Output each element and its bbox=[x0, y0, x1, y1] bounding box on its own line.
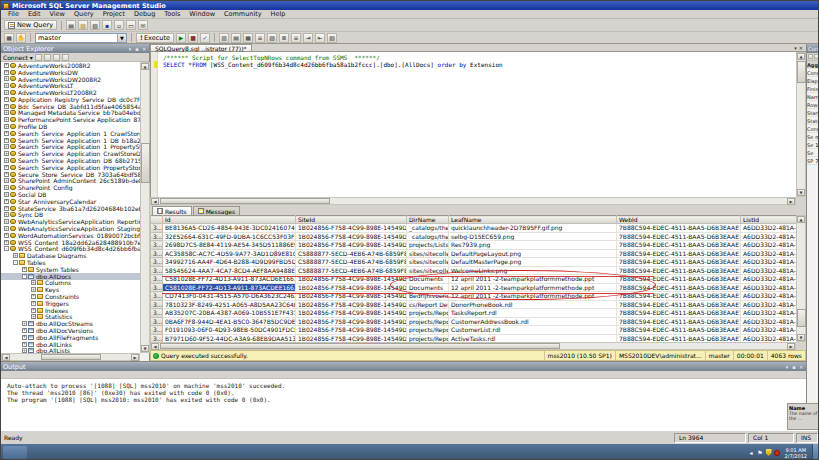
tree-item[interactable]: +Bdc_Service_DB_3abfd11d5fae4065854a3d7c… bbox=[1, 103, 140, 110]
menu-item-query[interactable]: Query bbox=[70, 10, 98, 18]
security-shield-icon[interactable] bbox=[766, 449, 772, 456]
tree-item[interactable]: +Columns bbox=[1, 280, 140, 287]
grid-cell[interactable]: 7B88C594-EDEC-4511-BAA5-D6B3EAAE1... bbox=[617, 258, 741, 267]
tree-item[interactable]: +SharePoint_AdminContent_26c5189b-de81-4… bbox=[1, 178, 140, 185]
row-number-cell[interactable]: 3... bbox=[151, 258, 163, 267]
save-all-icon[interactable]: ▫ bbox=[114, 20, 124, 30]
property-row[interactable]: Finish bbox=[807, 85, 819, 93]
tree-item[interactable]: +dbo.AllLinks bbox=[1, 341, 140, 348]
grid-cell[interactable]: A6DD33D2-481A-4F48-A3C7-5AB03A66B942 bbox=[741, 326, 797, 335]
window-menu-icon[interactable]: ▾ bbox=[127, 46, 133, 52]
grid-cell[interactable]: projects/Report ... bbox=[407, 317, 449, 326]
tree-item[interactable]: +dbo.AllDocVersions bbox=[1, 327, 140, 334]
open-folder-icon[interactable]: ▧ bbox=[90, 20, 100, 30]
menu-item-view[interactable]: View bbox=[45, 10, 68, 18]
table-row[interactable]: 3...AC35858C-AC7C-4D59-9A77-3AD1D89E81CA… bbox=[151, 249, 797, 258]
stop-icon[interactable] bbox=[44, 54, 51, 61]
grid-cell[interactable]: C581028E-FF72-4D13-A911-873ACDEE1663 bbox=[163, 283, 296, 292]
tree-expander-icon[interactable]: + bbox=[4, 90, 9, 95]
menu-item-help[interactable]: Help bbox=[267, 10, 290, 18]
filter-icon[interactable] bbox=[53, 54, 60, 61]
tree-item[interactable]: +Managed Metadata Service_bb7ba04ebd2946… bbox=[1, 110, 140, 117]
editor-horizontal-scrollbar[interactable]: ◀▶ bbox=[150, 197, 796, 205]
tree-expander-icon[interactable]: + bbox=[4, 172, 9, 177]
menu-item-community[interactable]: Community bbox=[220, 10, 266, 18]
row-number-cell[interactable]: 3... bbox=[151, 309, 163, 318]
grid-column-header[interactable]: ListId bbox=[741, 216, 797, 224]
grid-results-icon[interactable]: ▦ bbox=[243, 33, 253, 43]
grid-cell[interactable]: DefaultMasterPage.png bbox=[449, 258, 617, 267]
grid-cell[interactable]: projects/Lists/ma... bbox=[407, 241, 449, 250]
grid-cell[interactable]: 7B88C594-EDEC-4511-BAA5-D6B3EAAE1... bbox=[617, 241, 741, 250]
grid-cell[interactable]: F0191093-06F0-4D93-98EB-50DC4901FDCB bbox=[163, 326, 296, 335]
taskbar-clock[interactable]: 9:01 AM 2/7/2012 bbox=[782, 447, 810, 459]
grid-column-header[interactable]: DirName bbox=[407, 216, 449, 224]
grid-cell[interactable]: TasksReport.rdl bbox=[449, 309, 617, 318]
property-row[interactable]: Se10.50 bbox=[807, 141, 819, 149]
grid-cell[interactable]: sites/sitecollectio... bbox=[407, 249, 449, 258]
close-icon[interactable]: ✕ bbox=[141, 46, 147, 52]
reports-icon[interactable] bbox=[62, 54, 69, 61]
grid-cell[interactable]: CustomerAddressBook.rdl bbox=[449, 317, 617, 326]
menu-item-edit[interactable]: Edit bbox=[24, 10, 45, 18]
row-number-cell[interactable]: 3... bbox=[151, 300, 163, 309]
tree-expander-icon[interactable]: + bbox=[31, 301, 36, 306]
tree-item[interactable]: +Search_Service_Application_1_CrawlStore… bbox=[1, 130, 140, 137]
grid-cell[interactable]: _catalogs/theme... bbox=[407, 224, 449, 233]
tree-expander-icon[interactable]: + bbox=[4, 151, 9, 156]
table-row[interactable]: 3...34992716-AA4F-4D64-B288-4D9D99FBD5DD… bbox=[151, 258, 797, 267]
tree-item[interactable]: -WSS_Content_d609f6b34d8c4d26bb6fba58a1b… bbox=[1, 246, 140, 253]
grid-cell[interactable]: A6DD33D2-481A-4F48-A3C7-5AB03A66B942 bbox=[741, 241, 797, 250]
grid-cell[interactable]: 1B024856-F758-4C99-898E-14549D378BCE bbox=[296, 232, 407, 241]
tree-vertical-scrollbar[interactable]: ▲ ▼ bbox=[140, 62, 150, 353]
tree-expander-icon[interactable]: + bbox=[31, 287, 36, 292]
grid-vertical-scrollbar[interactable]: ▲ ▼ bbox=[796, 215, 806, 342]
tree-expander-icon[interactable]: + bbox=[22, 335, 27, 340]
tree-item[interactable]: +Social DB bbox=[1, 191, 140, 198]
grid-cell[interactable]: projects/Report ... bbox=[407, 309, 449, 318]
tree-item[interactable]: -dbo.AllDocs bbox=[1, 273, 140, 280]
grid-cell[interactable]: A6DD33D2-481A-4F48-A3C7-5AB03A66B942 bbox=[741, 258, 797, 267]
grid-cell[interactable]: 7B88C594-EDEC-4511-BAA5-D6B3EAAE1... bbox=[617, 317, 741, 326]
property-row[interactable]: Semss2 bbox=[807, 133, 819, 141]
grid-cell[interactable]: C5888877-5ECD-4EB6-A74B-6859F8BE43... bbox=[296, 258, 407, 267]
tree-expander-icon[interactable]: + bbox=[4, 212, 9, 217]
tree-expander-icon[interactable]: + bbox=[4, 110, 9, 115]
tree-item[interactable]: +AdventureWorksDW bbox=[1, 69, 140, 76]
tree-expander-icon[interactable]: + bbox=[4, 158, 9, 163]
tree-expander-icon[interactable]: + bbox=[4, 185, 9, 190]
grid-cell[interactable]: A6DD33D2-481A-4F48-A3C7-5AB03A66B942 bbox=[741, 283, 797, 292]
object-explorer-header[interactable]: Object Explorer ▾ ▪ ✕ bbox=[1, 44, 149, 53]
grid-cell[interactable]: 1B024856-F758-4C99-898E-14549D378BCE bbox=[296, 326, 407, 335]
tree-item[interactable]: +dbo.AllDocStreams bbox=[1, 320, 140, 327]
outdent-icon[interactable]: ⇤ bbox=[315, 33, 325, 43]
grid-cell[interactable]: _catalogs/theme... bbox=[407, 232, 449, 241]
tree-expander-icon[interactable]: + bbox=[4, 138, 9, 143]
grid-cell[interactable]: AC35858C-AC7C-4D59-9A77-3AD1D89E81CA bbox=[163, 249, 296, 258]
tree-item[interactable]: +Search_Service_Application_DB_68b271536… bbox=[1, 157, 140, 164]
stop-icon[interactable]: ■ bbox=[188, 33, 198, 43]
new-query-button[interactable]: New Query bbox=[4, 20, 57, 30]
row-number-cell[interactable]: 3... bbox=[151, 275, 163, 284]
property-row[interactable]: State bbox=[807, 117, 819, 125]
alert-icon[interactable] bbox=[774, 450, 780, 456]
tree-expander-icon[interactable]: + bbox=[4, 178, 9, 183]
property-row[interactable]: Elapse bbox=[807, 77, 819, 85]
tree-item[interactable]: +WSS_Content_18a2dd62a628488910b7ed86626… bbox=[1, 239, 140, 246]
grid-cell[interactable]: 7B88C594-EDEC-4511-BAA5-D6B3EAAE1... bbox=[617, 266, 741, 275]
grid-cell[interactable]: A6DD33D2-481A-4F48-A3C7-5AB03A66B942 bbox=[741, 317, 797, 326]
output-panel-header[interactable]: Output ▾ ▪ ✕ bbox=[1, 362, 806, 371]
tree-item[interactable]: +Application_Registry_Service_DB_dc0c7f6… bbox=[1, 96, 140, 103]
grid-cell[interactable]: selbg-D15EC659.png bbox=[449, 232, 617, 241]
tree-item[interactable]: +StateService_3ba61a7d26204684b102eb3eac… bbox=[1, 205, 140, 212]
tree-item[interactable]: +AdventureWorksDW2008R2 bbox=[1, 76, 140, 83]
tree-expander-icon[interactable]: + bbox=[4, 70, 9, 75]
tree-expander-icon[interactable]: + bbox=[4, 97, 9, 102]
properties-panel-header[interactable]: Curren bbox=[807, 44, 819, 53]
grid-horizontal-scrollbar[interactable]: ◀▶ bbox=[150, 342, 796, 350]
grid-cell[interactable]: 7B88C594-EDEC-4511-BAA5-D6B3EAAE1... bbox=[617, 249, 741, 258]
database-list-icon[interactable]: ▦ bbox=[4, 33, 14, 43]
tree-expander-icon[interactable]: + bbox=[4, 117, 9, 122]
grid-column-header[interactable] bbox=[151, 216, 163, 224]
grid-cell[interactable]: AB35207C-20BA-4387-A069-10B551E7F431 bbox=[163, 309, 296, 318]
